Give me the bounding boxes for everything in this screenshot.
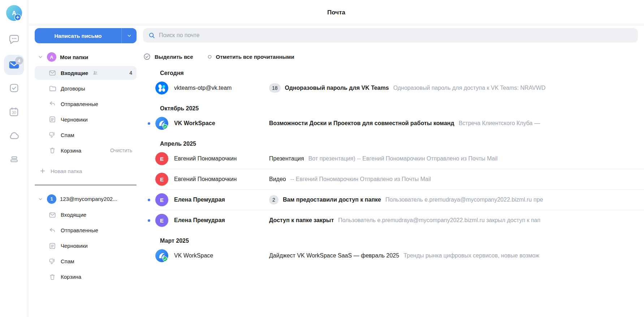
folder-type-icon bbox=[48, 273, 56, 281]
folder-label: Отправленные bbox=[61, 227, 98, 233]
mark-all-read-label: Отметить все прочитанными bbox=[216, 54, 294, 60]
folder-item-drafts[interactable]: Черновики bbox=[35, 113, 137, 126]
folder-item-sent[interactable]: Отправленные bbox=[35, 97, 137, 111]
folder-item-trash[interactable]: Корзина Очистить bbox=[35, 144, 137, 157]
search-input[interactable] bbox=[159, 32, 633, 39]
chevron-down-icon bbox=[38, 196, 43, 202]
folder-label: Спам bbox=[61, 258, 74, 264]
mail-unread-badge: 4 bbox=[15, 57, 23, 65]
folder-type-icon bbox=[48, 100, 56, 108]
email-subject: Презентация bbox=[269, 155, 304, 162]
folder-type-icon bbox=[48, 242, 56, 250]
folder-item-spam[interactable]: Спам bbox=[35, 255, 137, 268]
account-avatar: A bbox=[47, 52, 56, 62]
email-sender: Евгений Пономарочкин bbox=[174, 176, 269, 182]
folder-label: Корзина bbox=[61, 274, 81, 280]
email-subject: Дайджест VK WorkSpace SaaS — февраль 202… bbox=[269, 252, 399, 259]
email-snippet: Пользователь e.premudraya@mycompany2022.… bbox=[338, 217, 644, 224]
circle-icon bbox=[207, 54, 212, 60]
list-toolbar: Выделить все Отметить все прочитанными bbox=[143, 52, 644, 61]
clear-folder-button[interactable]: Очистить bbox=[110, 148, 132, 153]
folder-item-sent[interactable]: Отправленные bbox=[35, 224, 137, 237]
date-group-title: Октябрь 2025 bbox=[160, 105, 644, 112]
thread-count-badge: 18 bbox=[269, 83, 281, 93]
account-avatar: 1 bbox=[47, 194, 56, 204]
thread-count-badge: 2 bbox=[269, 195, 278, 204]
mail-nav-active[interactable]: 4 bbox=[4, 55, 24, 75]
email-subject: Доступ к папке закрыт bbox=[269, 217, 334, 224]
messenger-icon[interactable] bbox=[8, 32, 21, 45]
compose-dropdown-button[interactable] bbox=[121, 28, 137, 43]
folder-type-icon bbox=[48, 115, 56, 123]
folder-label: Черновики bbox=[61, 116, 88, 123]
email-row[interactable]: E Елена Премудрая 2 Вам предоставили дос… bbox=[143, 191, 644, 208]
new-folder-button[interactable]: Новая папка bbox=[35, 164, 137, 177]
sidebar-divider bbox=[35, 185, 137, 185]
page-title: Почта bbox=[327, 9, 345, 16]
folder-label: Спам bbox=[61, 132, 74, 138]
email-row[interactable]: E Евгений Пономарочкин Презентация Вот п… bbox=[143, 150, 644, 167]
folder-type-icon bbox=[48, 226, 56, 234]
email-snippet: -- Евгений Пономарочкин Отправлено из По… bbox=[290, 176, 644, 182]
select-all-button[interactable]: Выделить все bbox=[143, 53, 193, 61]
folder-label: Договоры bbox=[61, 85, 85, 92]
search-bar[interactable] bbox=[143, 28, 638, 43]
folder-item-inbox[interactable]: Входящие 4 bbox=[35, 66, 137, 80]
row-divider bbox=[155, 169, 644, 169]
calendar-icon[interactable] bbox=[8, 105, 21, 118]
email-sender: VK WorkSpace bbox=[174, 252, 269, 259]
sender-avatar bbox=[155, 117, 168, 130]
sidebar: Написать письмо A Мои папки Входящие 4 Д… bbox=[35, 28, 137, 284]
folder-count: 4 bbox=[129, 70, 132, 76]
folder-label: Черновики bbox=[61, 243, 88, 249]
unread-dot bbox=[148, 199, 150, 201]
mail-content: Выделить все Отметить все прочитанными С… bbox=[143, 28, 644, 266]
folder-label: Входящие bbox=[61, 70, 88, 76]
email-row[interactable]: VK WorkSpace Возможности Доски и Проекто… bbox=[143, 115, 644, 132]
email-row[interactable]: E Евгений Пономарочкин Видео -- Евгений … bbox=[143, 171, 644, 188]
folder-item-drafts[interactable]: Черновики bbox=[35, 239, 137, 253]
folder-item-spam[interactable]: Спам bbox=[35, 128, 137, 142]
mark-all-read-button[interactable]: Отметить все прочитанными bbox=[207, 54, 294, 60]
email-subject: Возможности Доски и Проектов для совмест… bbox=[269, 120, 454, 127]
email-row[interactable]: vkteams-otp@vk.team 18 Одноразовый парол… bbox=[143, 79, 644, 97]
folder-type-icon bbox=[48, 131, 56, 139]
tasks-icon[interactable] bbox=[8, 82, 21, 94]
avatar-image: A bbox=[6, 5, 22, 21]
cloud-icon[interactable] bbox=[8, 129, 21, 142]
folder-item-folder[interactable]: Договоры bbox=[35, 82, 137, 95]
compose-label: Написать письмо bbox=[35, 28, 121, 43]
unread-dot bbox=[148, 122, 150, 125]
email-subject: Видео bbox=[269, 176, 286, 182]
folder-type-icon bbox=[48, 84, 56, 92]
unread-dot bbox=[148, 219, 150, 222]
folder-list: A Мои папки Входящие 4 Договоры Отправле… bbox=[35, 50, 137, 284]
folder-item-inbox[interactable]: Входящие bbox=[35, 208, 137, 222]
folder-type-icon bbox=[48, 211, 56, 219]
email-snippet: Тренды рынка цифровых сервисов, новые во… bbox=[403, 252, 644, 259]
email-row[interactable]: E Елена Премудрая Доступ к папке закрыт … bbox=[143, 212, 644, 229]
stacks-icon[interactable] bbox=[8, 153, 21, 166]
profile-avatar[interactable]: A bbox=[6, 5, 22, 21]
select-all-label: Выделить все bbox=[155, 54, 193, 60]
email-subject: Одноразовый пароль для VK Teams bbox=[285, 85, 389, 91]
date-group-title: Март 2025 bbox=[160, 238, 644, 244]
account-header[interactable]: 1 123@mycompany202... bbox=[35, 192, 137, 206]
chevron-down-icon bbox=[38, 54, 43, 60]
add-account-icon bbox=[14, 14, 21, 21]
row-divider bbox=[155, 210, 644, 210]
check-circle-icon bbox=[143, 53, 151, 61]
email-row[interactable]: VK WorkSpace Дайджест VK WorkSpace SaaS … bbox=[143, 247, 644, 264]
compose-button[interactable]: Написать письмо bbox=[35, 28, 137, 43]
search-icon bbox=[148, 32, 155, 39]
email-snippet: Встреча Клиентского Клуба — bbox=[459, 120, 644, 127]
folder-item-trash[interactable]: Корзина bbox=[35, 270, 137, 284]
account-label: Мои папки bbox=[60, 54, 88, 60]
account-label: 123@mycompany202... bbox=[60, 196, 117, 202]
sender-avatar bbox=[155, 249, 168, 262]
sender-avatar bbox=[155, 82, 168, 94]
sender-avatar: E bbox=[155, 214, 168, 227]
account-header[interactable]: A Мои папки bbox=[35, 50, 137, 64]
email-sender: Елена Премудрая bbox=[174, 217, 269, 224]
new-folder-label: Новая папка bbox=[51, 168, 82, 174]
